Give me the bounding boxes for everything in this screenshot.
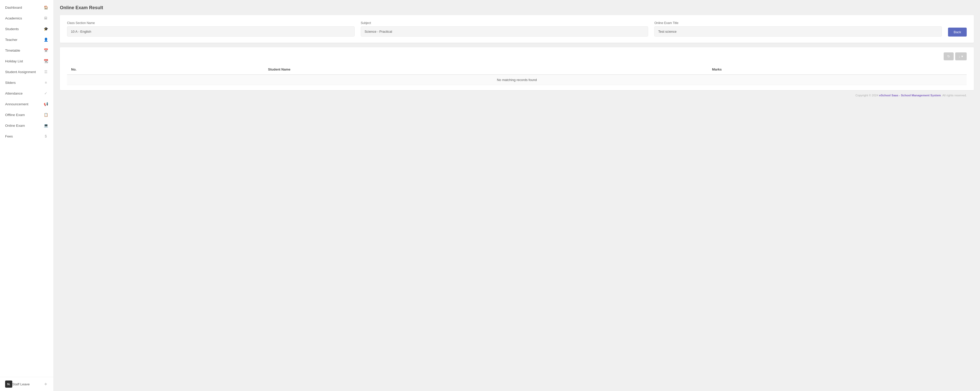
sidebar-item-student-assignment[interactable]: Student Assignment ☰ bbox=[0, 66, 54, 77]
table-head: No. Student Name Marks bbox=[67, 64, 967, 74]
student-assignment-icon: ☰ bbox=[43, 70, 48, 74]
sidebar-label-fees: Fees bbox=[5, 135, 43, 138]
page-title: Online Exam Result bbox=[60, 5, 974, 11]
col-marks: Marks bbox=[708, 64, 967, 74]
sliders-icon: ≡ bbox=[43, 81, 48, 85]
sidebar-item-attendance[interactable]: Attendance ✓ bbox=[0, 88, 54, 99]
sidebar-bottom: SL Staff Leave ✈ bbox=[0, 377, 54, 391]
sidebar-label-students: Students bbox=[5, 27, 43, 31]
subject-group: Subject Science - Practical bbox=[361, 21, 648, 36]
staff-leave-icon: ✈ bbox=[43, 382, 48, 386]
subject-label: Subject bbox=[361, 21, 648, 25]
filter-card: Class Section Name 10 A - English Subjec… bbox=[60, 15, 974, 43]
table-body: No matching records found bbox=[67, 74, 967, 85]
table-header-row: No. Student Name Marks bbox=[67, 64, 967, 74]
sidebar-label-offline-exam: Offline Exam bbox=[5, 113, 43, 117]
avatar: SL bbox=[5, 380, 12, 388]
dashboard-icon: 🏠 bbox=[43, 5, 48, 9]
sidebar-label-academics: Academics bbox=[5, 16, 43, 20]
table-card: ↻ ↓ ▾ No. Student Name Marks No matching… bbox=[60, 47, 974, 90]
sidebar-item-fees[interactable]: Fees $ bbox=[0, 131, 54, 142]
refresh-button[interactable]: ↻ bbox=[943, 52, 954, 60]
sidebar-label-attendance: Attendance bbox=[5, 92, 43, 95]
sidebar-item-online-exam[interactable]: Online Exam 💻 bbox=[0, 120, 54, 131]
table-toolbar: ↻ ↓ ▾ bbox=[67, 52, 967, 60]
sidebar-item-teacher[interactable]: Teacher 👤 bbox=[0, 34, 54, 45]
sidebar-label-online-exam: Online Exam bbox=[5, 124, 43, 128]
sidebar-label-sliders: Sliders bbox=[5, 81, 43, 85]
sidebar-label-holiday-list: Holiday List bbox=[5, 59, 43, 63]
download-icon: ↓ bbox=[959, 54, 961, 58]
exam-title-label: Online Exam Title bbox=[654, 21, 942, 25]
sidebar-label-teacher: Teacher bbox=[5, 38, 43, 42]
download-button[interactable]: ↓ ▾ bbox=[955, 52, 967, 60]
download-dropdown-icon: ▾ bbox=[961, 54, 963, 58]
sidebar-label-dashboard: Dashboard bbox=[5, 6, 43, 9]
sidebar-item-sliders[interactable]: Sliders ≡ bbox=[0, 77, 54, 88]
sidebar-item-students[interactable]: Students 🎓 bbox=[0, 24, 54, 34]
filter-row: Class Section Name 10 A - English Subjec… bbox=[67, 21, 967, 36]
teacher-icon: 👤 bbox=[43, 38, 48, 42]
refresh-icon: ↻ bbox=[947, 54, 950, 58]
col-student-name: Student Name bbox=[264, 64, 708, 74]
sidebar: Dashboard 🏠 Academics 🏛 Students 🎓 Teach… bbox=[0, 0, 54, 391]
col-no: No. bbox=[67, 64, 264, 74]
sidebar-label-student-assignment: Student Assignment bbox=[5, 70, 43, 74]
footer: Copyright © 2024 eSchool Saas - School M… bbox=[60, 90, 974, 99]
no-records-row: No matching records found bbox=[67, 74, 967, 85]
academics-icon: 🏛 bbox=[43, 16, 48, 20]
holiday-list-icon: 📆 bbox=[43, 59, 48, 63]
offline-exam-icon: 📋 bbox=[43, 113, 48, 117]
footer-rights: . All rights reserved. bbox=[941, 94, 967, 97]
sidebar-label-timetable: Timetable bbox=[5, 49, 43, 52]
sidebar-item-holiday-list[interactable]: Holiday List 📆 bbox=[0, 56, 54, 66]
no-records-message: No matching records found bbox=[67, 74, 967, 85]
sidebar-item-academics[interactable]: Academics 🏛 bbox=[0, 13, 54, 24]
sidebar-item-announcement[interactable]: Announcement 📢 bbox=[0, 99, 54, 109]
footer-link[interactable]: eSchool Saas - School Management System bbox=[879, 94, 941, 97]
main-content: Online Exam Result Class Section Name 10… bbox=[54, 0, 980, 391]
sidebar-item-offline-exam[interactable]: Offline Exam 📋 bbox=[0, 109, 54, 120]
sidebar-item-staff-leave[interactable]: SL Staff Leave ✈ bbox=[0, 377, 54, 391]
class-section-label: Class Section Name bbox=[67, 21, 355, 25]
attendance-icon: ✓ bbox=[43, 91, 48, 95]
sidebar-label-announcement: Announcement bbox=[5, 102, 43, 106]
class-section-group: Class Section Name 10 A - English bbox=[67, 21, 355, 36]
timetable-icon: 📅 bbox=[43, 48, 48, 52]
footer-copyright: Copyright © 2024 bbox=[855, 94, 879, 97]
fees-icon: $ bbox=[43, 134, 48, 138]
announcement-icon: 📢 bbox=[43, 102, 48, 106]
exam-title-value: Test science bbox=[654, 26, 942, 36]
sidebar-item-timetable[interactable]: Timetable 📅 bbox=[0, 45, 54, 56]
exam-title-group: Online Exam Title Test science bbox=[654, 21, 942, 36]
class-section-value: 10 A - English bbox=[67, 26, 355, 36]
online-exam-icon: 💻 bbox=[43, 123, 48, 128]
sidebar-item-dashboard[interactable]: Dashboard 🏠 bbox=[0, 2, 54, 13]
sidebar-label-staff-leave: Staff Leave bbox=[12, 382, 43, 386]
results-table: No. Student Name Marks No matching recor… bbox=[67, 64, 967, 85]
students-icon: 🎓 bbox=[43, 27, 48, 31]
back-button[interactable]: Back bbox=[948, 28, 967, 36]
subject-value: Science - Practical bbox=[361, 26, 648, 36]
